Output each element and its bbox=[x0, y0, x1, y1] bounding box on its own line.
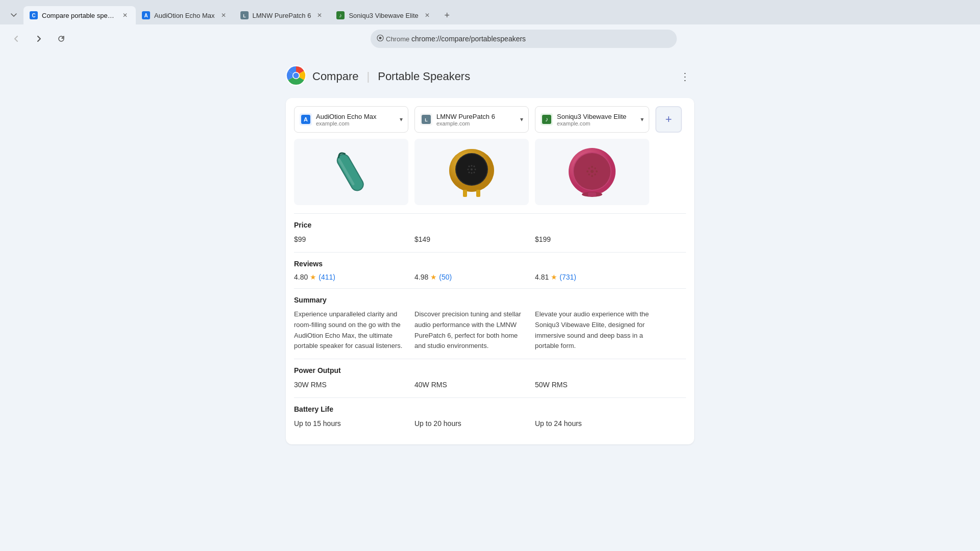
svg-point-31 bbox=[469, 172, 470, 173]
reviews-section: Reviews 4.80 ★ (411) 4.98 ★ (50) bbox=[294, 252, 686, 288]
svg-rect-35 bbox=[476, 190, 480, 197]
address-wrapper: Chrome bbox=[371, 30, 677, 48]
svg-rect-19 bbox=[336, 153, 365, 192]
product-1-info: AudiOtion Echo Max example.com bbox=[316, 113, 396, 127]
svg-text:A: A bbox=[144, 13, 148, 18]
tab-dropdown-button[interactable] bbox=[4, 6, 23, 24]
address-bar: Chrome bbox=[0, 24, 980, 53]
speaker-3-svg bbox=[559, 144, 625, 200]
tab-lmnw-close[interactable]: ✕ bbox=[315, 11, 324, 20]
back-button[interactable] bbox=[8, 31, 24, 47]
products-images-row bbox=[294, 139, 686, 205]
tab-audio[interactable]: A AudiOtion Echo Max ✕ bbox=[136, 6, 234, 24]
star-icon-2: ★ bbox=[430, 273, 437, 281]
battery-2: Up to 20 hours bbox=[414, 418, 529, 429]
new-tab-button[interactable]: + bbox=[440, 8, 454, 22]
add-product-button[interactable]: + bbox=[655, 106, 682, 133]
more-options-button[interactable]: ⋮ bbox=[676, 67, 694, 86]
forward-button[interactable] bbox=[31, 31, 47, 47]
product-selector-2[interactable]: L LMNW PurePatch 6 example.com ▾ bbox=[414, 106, 529, 133]
price-3: $199 bbox=[535, 234, 649, 245]
svg-point-28 bbox=[471, 172, 473, 174]
svg-rect-49 bbox=[588, 192, 596, 196]
summary-1: Experience unparalleled clarity and room… bbox=[294, 309, 408, 352]
url-input[interactable] bbox=[371, 30, 677, 48]
product-selector-3[interactable]: ♪ Soniqu3 Vibewave Elite example.com ▾ bbox=[535, 106, 649, 133]
svg-point-32 bbox=[474, 172, 475, 173]
tab-audio-close[interactable]: ✕ bbox=[219, 11, 228, 20]
svg-text:♪: ♪ bbox=[339, 12, 342, 18]
svg-point-29 bbox=[471, 165, 473, 167]
svg-point-41 bbox=[586, 170, 589, 172]
battery-row-spacer bbox=[655, 418, 686, 429]
star-icon-1: ★ bbox=[310, 273, 316, 281]
compare-container: Compare | Portable Speakers ⋮ A bbox=[286, 65, 694, 444]
svg-point-26 bbox=[475, 169, 476, 170]
svg-point-33 bbox=[469, 166, 470, 167]
header-left: Compare | Portable Speakers bbox=[286, 65, 470, 88]
svg-point-25 bbox=[471, 168, 473, 170]
tab-audio-icon: A bbox=[142, 11, 150, 19]
svg-point-11 bbox=[293, 73, 299, 79]
product-3-info: Soniqu3 Vibewave Elite example.com bbox=[557, 113, 636, 127]
compare-label: Compare bbox=[312, 70, 358, 83]
tab-soniqu-close[interactable]: ✕ bbox=[423, 11, 432, 20]
star-icon-3: ★ bbox=[551, 273, 557, 281]
product-2-name: LMNW PurePatch 6 bbox=[436, 113, 516, 120]
review-link-3[interactable]: (731) bbox=[559, 273, 576, 281]
page-title: Portable Speakers bbox=[378, 70, 470, 83]
tab-soniqu-title: Soniqu3 Vibewave Elite bbox=[349, 12, 418, 19]
compare-card: A AudiOtion Echo Max example.com ▾ bbox=[286, 98, 694, 444]
svg-point-30 bbox=[474, 166, 475, 167]
product-1-chevron: ▾ bbox=[400, 116, 403, 123]
product-selector-1[interactable]: A AudiOtion Echo Max example.com ▾ bbox=[294, 106, 408, 133]
svg-point-46 bbox=[594, 173, 596, 176]
svg-text:C: C bbox=[32, 13, 35, 18]
rating-3: 4.81 ★ (731) bbox=[535, 273, 649, 281]
svg-text:♪: ♪ bbox=[545, 116, 548, 123]
product-2-chevron: ▾ bbox=[520, 116, 523, 123]
tab-soniqu-icon: ♪ bbox=[336, 11, 345, 19]
svg-point-44 bbox=[594, 167, 596, 169]
svg-point-42 bbox=[591, 175, 593, 177]
tab-compare[interactable]: C Compare portable speaker ✕ bbox=[23, 6, 136, 24]
page-header: Compare | Portable Speakers ⋮ bbox=[286, 65, 694, 88]
price-row: $99 $149 $199 bbox=[294, 234, 686, 245]
tab-audio-title: AudiOtion Echo Max bbox=[154, 12, 215, 19]
reviews-row-spacer bbox=[655, 273, 686, 281]
product-2-icon: L bbox=[420, 113, 432, 126]
tab-compare-close[interactable]: ✕ bbox=[120, 11, 130, 20]
chrome-security-icon bbox=[377, 35, 384, 43]
rating-3-value: 4.81 bbox=[535, 273, 549, 281]
tab-compare-icon: C bbox=[30, 11, 38, 19]
product-3-domain: example.com bbox=[557, 120, 636, 127]
summary-row: Experience unparalleled clarity and room… bbox=[294, 309, 686, 352]
reviews-label: Reviews bbox=[294, 260, 686, 268]
speaker-1-svg bbox=[321, 144, 382, 200]
reload-button[interactable] bbox=[53, 31, 69, 47]
products-header-row: A AudiOtion Echo Max example.com ▾ bbox=[294, 106, 686, 133]
tab-lmnw-icon: L bbox=[240, 11, 249, 19]
price-label: Price bbox=[294, 221, 686, 229]
power-section: Power Output 30W RMS 40W RMS 50W RMS bbox=[294, 359, 686, 397]
svg-point-39 bbox=[591, 170, 594, 173]
price-2: $149 bbox=[414, 234, 529, 245]
power-1: 30W RMS bbox=[294, 380, 408, 390]
product-3-image bbox=[535, 139, 649, 205]
svg-point-47 bbox=[588, 167, 590, 169]
tab-soniqu[interactable]: ♪ Soniqu3 Vibewave Elite ✕ bbox=[330, 6, 437, 24]
price-row-spacer bbox=[655, 234, 686, 245]
page-divider: | bbox=[366, 70, 370, 83]
review-link-1[interactable]: (411) bbox=[318, 273, 335, 281]
power-2: 40W RMS bbox=[414, 380, 529, 390]
battery-section: Battery Life Up to 15 hours Up to 20 hou… bbox=[294, 397, 686, 436]
product-1-name: AudiOtion Echo Max bbox=[316, 113, 396, 120]
battery-3: Up to 24 hours bbox=[535, 418, 649, 429]
review-link-2[interactable]: (50) bbox=[439, 273, 452, 281]
product-2-image bbox=[414, 139, 529, 205]
tab-lmnw[interactable]: L LMNW PurePatch 6 ✕ bbox=[234, 6, 331, 24]
product-3-icon: ♪ bbox=[541, 113, 553, 126]
summary-3: Elevate your audio experience with the S… bbox=[535, 309, 649, 352]
summary-label: Summary bbox=[294, 296, 686, 304]
tab-compare-title: Compare portable speaker bbox=[42, 12, 116, 19]
